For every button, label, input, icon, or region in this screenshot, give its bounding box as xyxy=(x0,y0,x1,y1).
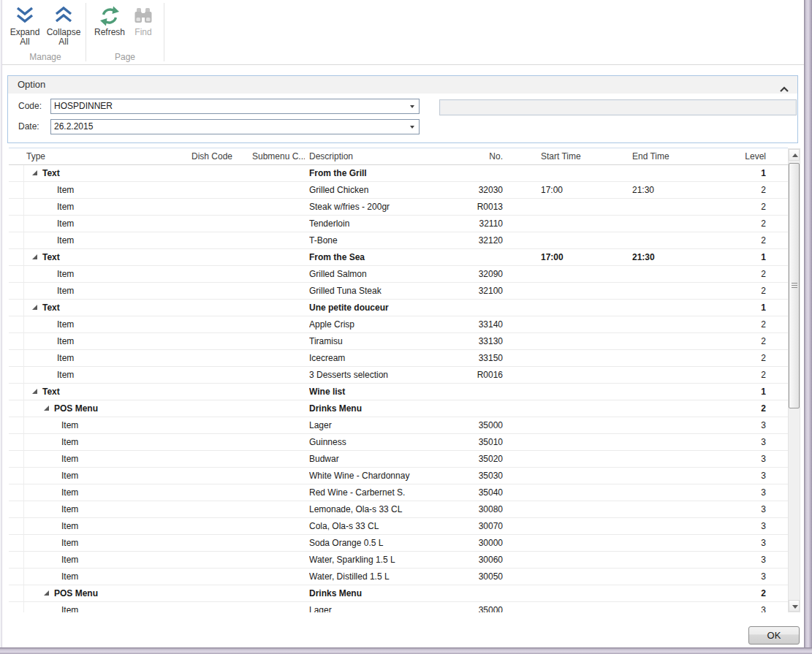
row-no-cell: 32030 xyxy=(439,182,503,198)
row-no-cell: 33130 xyxy=(439,333,503,349)
column-header-type[interactable]: Type xyxy=(26,148,45,164)
column-header-dish-code[interactable]: Dish Code xyxy=(191,148,232,164)
code-value: HOSPDINNER xyxy=(54,101,113,111)
table-row[interactable]: Item Red Wine - Carbernet S. 35040 3 xyxy=(9,484,788,501)
row-no-cell: 32090 xyxy=(439,266,503,282)
row-type-cell: POS Menu xyxy=(9,585,190,601)
code-field-label: Code: xyxy=(18,99,50,114)
date-combobox[interactable]: 26.2.2015 xyxy=(50,119,420,134)
row-type-cell: Item xyxy=(9,266,190,282)
scrollbar-thumb[interactable] xyxy=(789,163,800,408)
tree-expander-icon[interactable] xyxy=(32,389,37,394)
tree-expander-icon[interactable] xyxy=(44,406,49,411)
row-description-cell: Drinks Menu xyxy=(309,400,485,417)
ribbon-group-separator xyxy=(86,3,86,61)
arrow-up-icon xyxy=(792,153,798,157)
table-row[interactable]: Item 3 Desserts selection R0016 2 xyxy=(9,367,788,384)
code-combobox[interactable]: HOSPDINNER xyxy=(50,99,420,114)
table-row[interactable]: Item Steak w/fries - 200gr R0013 2 xyxy=(9,199,788,216)
tree-expander-icon[interactable] xyxy=(44,590,49,596)
row-level-cell: 3 xyxy=(707,535,766,551)
row-type-cell: Item xyxy=(9,333,190,349)
option-panel-header[interactable]: Option xyxy=(8,76,797,94)
table-row[interactable]: Item Cola, Ola-s 33 CL 30070 3 xyxy=(9,518,788,535)
table-row[interactable]: Text Wine list 1 xyxy=(9,384,788,400)
row-level-cell: 2 xyxy=(707,266,766,282)
row-type-cell: Item xyxy=(9,602,190,612)
collapse-section-icon[interactable] xyxy=(780,81,789,88)
tree-expander-icon[interactable] xyxy=(32,170,37,175)
table-row[interactable]: Text From the Sea 17:00 21:30 1 xyxy=(9,249,788,266)
table-row[interactable]: POS Menu Drinks Menu 2 xyxy=(9,585,788,602)
chevron-down-icon[interactable] xyxy=(410,105,414,108)
find-button[interactable]: Find xyxy=(128,4,159,50)
row-type-cell: Item xyxy=(9,283,190,299)
table-row[interactable]: POS Menu Drinks Menu 2 xyxy=(9,400,788,417)
row-type-cell: Text xyxy=(9,249,190,265)
table-row[interactable]: Item Soda Orange 0.5 L 30000 3 xyxy=(9,535,788,552)
collapse-all-icon xyxy=(53,5,75,27)
row-description-cell: Wine list xyxy=(309,384,485,400)
ribbon-group-manage: Manage xyxy=(7,52,84,62)
row-no-cell: 35040 xyxy=(439,484,503,501)
window-frame-bottom xyxy=(0,647,812,654)
column-header-no[interactable]: No. xyxy=(439,148,503,164)
row-no-cell: 30070 xyxy=(439,518,503,534)
column-header-level[interactable]: Level xyxy=(707,148,766,164)
grid-gutter-line xyxy=(23,165,24,612)
table-row[interactable]: Item Grilled Chicken 32030 17:00 21:30 2 xyxy=(9,182,788,199)
row-type-cell: Text xyxy=(9,300,190,316)
expand-all-button[interactable]: Expand All xyxy=(7,4,43,50)
table-row[interactable]: Item Grilled Tuna Steak 32100 2 xyxy=(9,283,788,300)
table-row[interactable]: Item Lager 35000 3 xyxy=(9,417,788,434)
row-level-cell: 2 xyxy=(707,232,766,248)
tree-expander-icon[interactable] xyxy=(32,254,37,259)
table-row[interactable]: Item Tiramisu 33130 2 xyxy=(9,333,788,350)
option-title: Option xyxy=(18,79,45,90)
table-row[interactable]: Item Budwar 35020 3 xyxy=(9,451,788,468)
table-row[interactable]: Item T-Bone 32120 2 xyxy=(9,232,788,249)
ok-button[interactable]: OK xyxy=(748,626,800,645)
row-level-cell: 2 xyxy=(707,182,766,198)
grid-header-row: Type Dish Code Submenu C... Description … xyxy=(9,148,788,165)
date-field-label: Date: xyxy=(18,119,50,134)
row-level-cell: 2 xyxy=(707,350,766,366)
scroll-down-button[interactable] xyxy=(789,600,800,612)
row-no-cell: 33140 xyxy=(439,316,503,332)
chevron-down-icon[interactable] xyxy=(410,126,414,129)
table-row[interactable]: Text Une petite douceur 1 xyxy=(9,300,788,316)
table-row[interactable]: Item Guinness 35010 3 xyxy=(9,434,788,451)
table-row[interactable]: Item Lager 35000 3 xyxy=(9,602,788,612)
table-row[interactable]: Item Water, Distilled 1.5 L 30050 3 xyxy=(9,569,788,585)
collapse-all-button[interactable]: Collapse All xyxy=(45,4,83,50)
arrow-down-icon xyxy=(792,605,798,609)
row-no-cell: 30080 xyxy=(439,501,503,517)
date-value: 26.2.2015 xyxy=(54,121,93,132)
row-type-cell: Item xyxy=(9,552,190,568)
window-frame-left xyxy=(0,0,2,654)
column-header-end-time[interactable]: End Time xyxy=(632,148,691,164)
table-row[interactable]: Item Tenderloin 32110 2 xyxy=(9,216,788,232)
table-row[interactable]: Item Lemonade, Ola-s 33 CL 30080 3 xyxy=(9,501,788,518)
table-row[interactable]: Text From the Grill 1 xyxy=(9,165,788,182)
refresh-icon xyxy=(99,5,121,27)
row-description-cell: From the Grill xyxy=(309,165,485,181)
ribbon-group-page: Page xyxy=(91,52,159,62)
scroll-up-button[interactable] xyxy=(789,149,800,161)
column-header-submenu[interactable]: Submenu C... xyxy=(252,148,305,164)
table-row[interactable]: Item Grilled Salmon 32090 2 xyxy=(9,266,788,283)
vertical-scrollbar[interactable] xyxy=(788,148,800,612)
tree-expander-icon[interactable] xyxy=(32,305,37,310)
table-row[interactable]: Item Water, Sparkling 1.5 L 30060 3 xyxy=(9,552,788,569)
menu-tree-grid: Type Dish Code Submenu C... Description … xyxy=(9,148,788,612)
find-binoculars-icon xyxy=(132,5,154,27)
table-row[interactable]: Item Apple Crisp 33140 2 xyxy=(9,316,788,333)
refresh-button[interactable]: Refresh xyxy=(91,4,128,50)
table-row[interactable]: Item White Wine - Chardonnay 35030 3 xyxy=(9,468,788,484)
ribbon-group-separator xyxy=(164,3,164,61)
row-level-cell: 3 xyxy=(707,451,766,467)
column-header-start-time[interactable]: Start Time xyxy=(541,148,599,164)
table-row[interactable]: Item Icecream 33150 2 xyxy=(9,350,788,367)
row-type-cell: Item xyxy=(9,417,190,433)
row-no-cell: 33150 xyxy=(439,350,503,366)
